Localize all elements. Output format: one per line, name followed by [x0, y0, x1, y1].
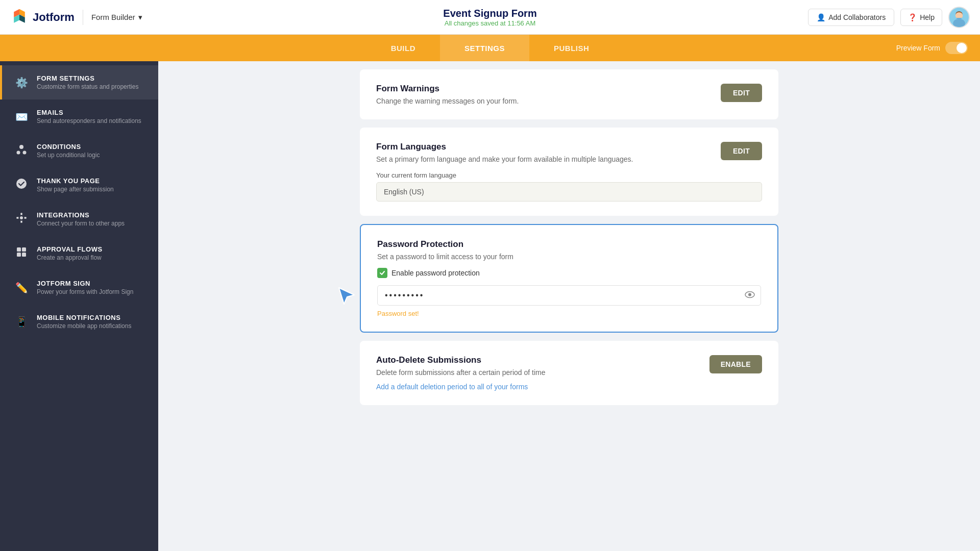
- jotform-logo-icon: [10, 8, 29, 27]
- help-button[interactable]: ❓ Help: [900, 9, 942, 26]
- password-input-row: [377, 285, 761, 306]
- content-area: Form Warnings Change the warning message…: [158, 61, 980, 551]
- sidebar-item-integrations[interactable]: INTEGRATIONS Connect your form to other …: [0, 202, 158, 236]
- sidebar-item-integrations-label: INTEGRATIONS: [37, 211, 125, 219]
- sidebar-item-conditions[interactable]: CONDITIONS Set up conditional logic: [0, 134, 158, 168]
- svg-rect-19: [22, 247, 26, 252]
- tab-settings-label: SETTINGS: [464, 44, 505, 53]
- svg-point-16: [20, 221, 22, 223]
- svg-point-12: [16, 179, 27, 189]
- add-collaborators-label: Add Collaborators: [828, 13, 886, 21]
- logo: Jotform: [10, 8, 75, 27]
- form-languages-edit-button[interactable]: EDIT: [721, 142, 762, 160]
- svg-rect-21: [22, 253, 26, 257]
- sidebar-item-emails-label: EMAILS: [37, 109, 141, 116]
- auto-delete-title: Auto-Delete Submissions: [376, 355, 545, 365]
- svg-point-17: [16, 217, 18, 219]
- form-languages-title: Form Languages: [376, 142, 633, 152]
- auto-delete-card: Auto-Delete Submissions Delete form subm…: [360, 341, 778, 405]
- header-left: Jotform Form Builder ▾: [10, 8, 142, 27]
- eye-icon: [745, 291, 755, 298]
- auto-delete-enable-button[interactable]: ENABLE: [709, 355, 762, 373]
- form-warnings-header: Form Warnings Change the warning message…: [376, 84, 762, 105]
- avatar[interactable]: [948, 7, 970, 28]
- password-set-message: Password set!: [377, 310, 761, 317]
- tab-build[interactable]: BUILD: [366, 35, 440, 61]
- sidebar-item-integrations-desc: Connect your form to other apps: [37, 220, 125, 227]
- svg-point-13: [20, 216, 23, 219]
- sidebar-item-approval-flows-desc: Create an approval flow: [37, 254, 103, 261]
- sidebar-item-conditions-desc: Set up conditional logic: [37, 152, 100, 159]
- form-languages-header: Form Languages Set a primary form langua…: [376, 142, 762, 163]
- help-icon: ❓: [908, 13, 917, 21]
- sidebar-item-mobile-notifications-label: MOBILE NOTIFICATIONS: [37, 314, 131, 321]
- password-protection-title: Password Protection: [377, 239, 761, 249]
- header: Jotform Form Builder ▾ Event Signup Form…: [0, 0, 980, 35]
- sidebar-item-approval-flows[interactable]: APPROVAL FLOWS Create an approval flow: [0, 236, 158, 270]
- form-languages-desc: Set a primary form language and make you…: [376, 155, 633, 163]
- svg-point-15: [24, 217, 27, 219]
- svg-point-9: [19, 145, 23, 149]
- form-builder-button[interactable]: Form Builder ▾: [91, 13, 142, 22]
- svg-point-23: [748, 293, 751, 296]
- integrations-icon: [14, 212, 29, 226]
- password-input[interactable]: [377, 285, 761, 306]
- form-warnings-title: Form Warnings: [376, 84, 519, 94]
- sidebar-item-conditions-label: CONDITIONS: [37, 143, 100, 151]
- svg-point-11: [23, 151, 27, 155]
- form-builder-label: Form Builder: [91, 13, 135, 21]
- current-language-label: Your current form language: [376, 171, 762, 179]
- tab-publish[interactable]: PUBLISH: [529, 35, 614, 61]
- person-icon: 👤: [817, 13, 825, 21]
- gear-icon: ⚙️: [14, 77, 29, 89]
- password-checkbox[interactable]: [377, 268, 387, 278]
- sidebar-item-mobile-notifications-desc: Customize mobile app notifications: [37, 322, 131, 330]
- add-collaborators-button[interactable]: 👤 Add Collaborators: [808, 9, 894, 26]
- sidebar-item-jotform-sign[interactable]: ✏️ JOTFORM SIGN Power your forms with Jo…: [0, 270, 158, 305]
- auto-delete-default-link[interactable]: Add a default deletion period to all of …: [376, 383, 762, 391]
- sidebar: ⚙️ FORM SETTINGS Customize form status a…: [0, 61, 158, 551]
- form-languages-card: Form Languages Set a primary form langua…: [360, 128, 778, 216]
- content-inner: Form Warnings Change the warning message…: [360, 69, 778, 405]
- form-warnings-card: Form Warnings Change the warning message…: [360, 69, 778, 119]
- form-warnings-desc: Change the warning messages on your form…: [376, 97, 519, 105]
- svg-point-10: [17, 151, 20, 155]
- auto-delete-desc: Delete form submissions after a certain …: [376, 368, 545, 377]
- sidebar-item-thank-you-desc: Show page after submission: [37, 186, 114, 193]
- svg-point-8: [956, 12, 963, 19]
- sidebar-item-form-settings[interactable]: ⚙️ FORM SETTINGS Customize form status a…: [0, 65, 158, 99]
- header-right: 👤 Add Collaborators ❓ Help: [808, 7, 970, 28]
- password-visibility-toggle[interactable]: [745, 290, 755, 301]
- header-center: Event Signup Form All changes saved at 1…: [443, 8, 536, 27]
- form-warnings-edit-button[interactable]: EDIT: [721, 84, 762, 102]
- sidebar-item-thank-you-page[interactable]: THANK YOU PAGE Show page after submissio…: [0, 168, 158, 202]
- sidebar-item-jotform-sign-desc: Power your forms with Jotform Sign: [37, 288, 133, 295]
- svg-rect-20: [17, 253, 21, 257]
- sidebar-item-form-settings-desc: Customize form status and properties: [37, 83, 138, 90]
- sidebar-item-mobile-notifications[interactable]: 📱 MOBILE NOTIFICATIONS Customize mobile …: [0, 305, 158, 339]
- current-language-input[interactable]: [376, 182, 762, 202]
- chevron-down-icon: ▾: [138, 13, 142, 22]
- sidebar-item-thank-you-label: THANK YOU PAGE: [37, 177, 114, 185]
- form-title: Event Signup Form: [443, 8, 536, 19]
- email-icon: ✉️: [14, 111, 29, 123]
- sidebar-item-emails[interactable]: ✉️ EMAILS Send autoresponders and notifi…: [0, 99, 158, 134]
- header-divider: [83, 10, 83, 25]
- help-label: Help: [920, 13, 935, 21]
- sidebar-item-form-settings-label: FORM SETTINGS: [37, 74, 138, 82]
- password-protection-card: Password Protection Set a password to li…: [360, 224, 778, 333]
- mobile-icon: 📱: [14, 316, 29, 328]
- approval-flows-icon: [14, 246, 29, 260]
- tab-settings[interactable]: SETTINGS: [440, 35, 529, 61]
- main-layout: ⚙️ FORM SETTINGS Customize form status a…: [0, 61, 980, 551]
- svg-point-14: [20, 213, 22, 215]
- preview-form-toggle: Preview Form: [896, 42, 968, 54]
- preview-toggle-switch[interactable]: [945, 42, 968, 54]
- checkmark-icon: [379, 270, 385, 276]
- sidebar-item-jotform-sign-label: JOTFORM SIGN: [37, 280, 133, 287]
- sidebar-item-emails-desc: Send autoresponders and notifications: [37, 117, 141, 124]
- toggle-knob: [957, 43, 967, 53]
- password-protection-checkbox-row: Enable password protection: [377, 268, 761, 278]
- logo-text: Jotform: [33, 11, 75, 24]
- password-checkbox-label: Enable password protection: [391, 269, 480, 277]
